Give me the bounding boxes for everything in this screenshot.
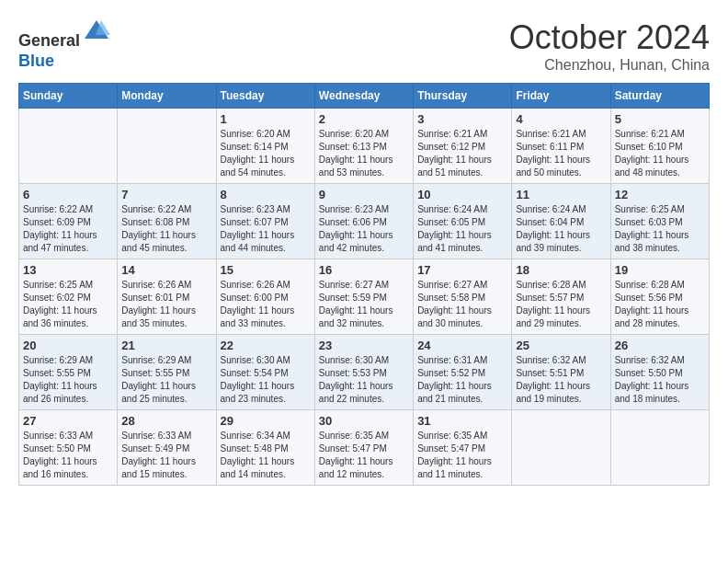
day-info: Sunrise: 6:29 AM Sunset: 5:55 PM Dayligh… — [121, 354, 211, 406]
day-info: Sunrise: 6:33 AM Sunset: 5:50 PM Dayligh… — [23, 430, 113, 481]
day-number: 14 — [121, 263, 211, 277]
calendar-cell: 27Sunrise: 6:33 AM Sunset: 5:50 PM Dayli… — [19, 410, 118, 486]
day-info: Sunrise: 6:20 AM Sunset: 6:13 PM Dayligh… — [319, 128, 409, 179]
calendar-cell: 30Sunrise: 6:35 AM Sunset: 5:47 PM Dayli… — [314, 410, 413, 486]
calendar-cell — [118, 109, 216, 184]
day-info: Sunrise: 6:24 AM Sunset: 6:05 PM Dayligh… — [417, 203, 507, 255]
weekday-header: Wednesday — [314, 84, 413, 109]
calendar-cell — [610, 410, 709, 486]
logo-blue: Blue — [18, 52, 54, 70]
day-info: Sunrise: 6:35 AM Sunset: 5:47 PM Dayligh… — [319, 430, 409, 481]
calendar-cell: 11Sunrise: 6:24 AM Sunset: 6:04 PM Dayli… — [512, 184, 610, 259]
day-number: 26 — [615, 339, 705, 352]
day-info: Sunrise: 6:27 AM Sunset: 5:59 PM Dayligh… — [319, 279, 409, 330]
day-info: Sunrise: 6:31 AM Sunset: 5:52 PM Dayligh… — [417, 354, 507, 406]
day-number: 9 — [319, 188, 409, 201]
day-number: 20 — [23, 339, 113, 352]
page-header: General Blue October 2024 Chenzhou, Huna… — [18, 18, 710, 74]
calendar-cell: 19Sunrise: 6:28 AM Sunset: 5:56 PM Dayli… — [610, 259, 709, 335]
day-number: 27 — [23, 414, 113, 428]
calendar-cell: 23Sunrise: 6:30 AM Sunset: 5:53 PM Dayli… — [314, 335, 413, 410]
day-info: Sunrise: 6:30 AM Sunset: 5:53 PM Dayligh… — [319, 354, 409, 406]
day-info: Sunrise: 6:27 AM Sunset: 5:58 PM Dayligh… — [417, 279, 507, 330]
calendar-cell: 28Sunrise: 6:33 AM Sunset: 5:49 PM Dayli… — [118, 410, 216, 486]
day-number: 23 — [319, 339, 409, 352]
day-info: Sunrise: 6:26 AM Sunset: 6:01 PM Dayligh… — [121, 279, 211, 330]
calendar-cell: 14Sunrise: 6:26 AM Sunset: 6:01 PM Dayli… — [118, 259, 216, 335]
calendar-cell: 12Sunrise: 6:25 AM Sunset: 6:03 PM Dayli… — [610, 184, 709, 259]
calendar-cell: 6Sunrise: 6:22 AM Sunset: 6:09 PM Daylig… — [19, 184, 118, 259]
day-info: Sunrise: 6:29 AM Sunset: 5:55 PM Dayligh… — [23, 354, 113, 406]
calendar-week-row: 27Sunrise: 6:33 AM Sunset: 5:50 PM Dayli… — [19, 410, 710, 486]
weekday-header: Thursday — [414, 84, 512, 109]
calendar-body: 1Sunrise: 6:20 AM Sunset: 6:14 PM Daylig… — [19, 109, 710, 486]
weekday-header: Saturday — [610, 84, 709, 109]
weekday-header: Tuesday — [216, 84, 314, 109]
day-number: 22 — [221, 339, 311, 352]
calendar-cell: 31Sunrise: 6:35 AM Sunset: 5:47 PM Dayli… — [414, 410, 512, 486]
day-info: Sunrise: 6:20 AM Sunset: 6:14 PM Dayligh… — [221, 128, 311, 179]
day-info: Sunrise: 6:28 AM Sunset: 5:56 PM Dayligh… — [615, 279, 705, 330]
day-info: Sunrise: 6:32 AM Sunset: 5:50 PM Dayligh… — [615, 354, 705, 406]
day-info: Sunrise: 6:25 AM Sunset: 6:02 PM Dayligh… — [23, 279, 113, 330]
month-title: October 2024 — [509, 18, 710, 57]
day-number: 5 — [615, 112, 705, 126]
calendar-cell: 7Sunrise: 6:22 AM Sunset: 6:08 PM Daylig… — [118, 184, 216, 259]
day-info: Sunrise: 6:33 AM Sunset: 5:49 PM Dayligh… — [121, 430, 211, 481]
calendar-cell — [19, 109, 118, 184]
calendar-cell: 21Sunrise: 6:29 AM Sunset: 5:55 PM Dayli… — [118, 335, 216, 410]
calendar-cell: 20Sunrise: 6:29 AM Sunset: 5:55 PM Dayli… — [19, 335, 118, 410]
day-number: 17 — [417, 263, 507, 277]
weekday-header: Monday — [118, 84, 216, 109]
day-number: 2 — [319, 112, 409, 126]
weekday-row: SundayMondayTuesdayWednesdayThursdayFrid… — [19, 84, 710, 109]
day-number: 25 — [516, 339, 606, 352]
day-info: Sunrise: 6:22 AM Sunset: 6:09 PM Dayligh… — [23, 203, 113, 255]
logo-icon — [83, 18, 110, 46]
day-number: 31 — [417, 414, 507, 428]
calendar-cell: 2Sunrise: 6:20 AM Sunset: 6:13 PM Daylig… — [314, 109, 413, 184]
calendar-cell: 3Sunrise: 6:21 AM Sunset: 6:12 PM Daylig… — [414, 109, 512, 184]
day-number: 29 — [221, 414, 311, 428]
calendar-cell: 15Sunrise: 6:26 AM Sunset: 6:00 PM Dayli… — [216, 259, 314, 335]
title-area: October 2024 Chenzhou, Hunan, China — [509, 18, 710, 74]
day-info: Sunrise: 6:21 AM Sunset: 6:11 PM Dayligh… — [516, 128, 606, 179]
day-number: 6 — [23, 188, 113, 201]
day-info: Sunrise: 6:30 AM Sunset: 5:54 PM Dayligh… — [221, 354, 311, 406]
day-number: 28 — [121, 414, 211, 428]
day-info: Sunrise: 6:25 AM Sunset: 6:03 PM Dayligh… — [615, 203, 705, 255]
calendar-header: SundayMondayTuesdayWednesdayThursdayFrid… — [19, 84, 710, 109]
calendar-cell: 9Sunrise: 6:23 AM Sunset: 6:06 PM Daylig… — [314, 184, 413, 259]
logo: General Blue — [18, 18, 110, 71]
day-number: 13 — [23, 263, 113, 277]
calendar-table: SundayMondayTuesdayWednesdayThursdayFrid… — [18, 83, 710, 486]
calendar-cell — [512, 410, 610, 486]
day-info: Sunrise: 6:22 AM Sunset: 6:08 PM Dayligh… — [121, 203, 211, 255]
day-info: Sunrise: 6:32 AM Sunset: 5:51 PM Dayligh… — [516, 354, 606, 406]
day-number: 16 — [319, 263, 409, 277]
calendar-cell: 8Sunrise: 6:23 AM Sunset: 6:07 PM Daylig… — [216, 184, 314, 259]
calendar-cell: 29Sunrise: 6:34 AM Sunset: 5:48 PM Dayli… — [216, 410, 314, 486]
calendar-cell: 4Sunrise: 6:21 AM Sunset: 6:11 PM Daylig… — [512, 109, 610, 184]
day-number: 7 — [121, 188, 211, 201]
calendar-cell: 17Sunrise: 6:27 AM Sunset: 5:58 PM Dayli… — [414, 259, 512, 335]
calendar-cell: 1Sunrise: 6:20 AM Sunset: 6:14 PM Daylig… — [216, 109, 314, 184]
day-info: Sunrise: 6:26 AM Sunset: 6:00 PM Dayligh… — [221, 279, 311, 330]
calendar-week-row: 20Sunrise: 6:29 AM Sunset: 5:55 PM Dayli… — [19, 335, 710, 410]
weekday-header: Friday — [512, 84, 610, 109]
day-number: 30 — [319, 414, 409, 428]
calendar-cell: 13Sunrise: 6:25 AM Sunset: 6:02 PM Dayli… — [19, 259, 118, 335]
day-info: Sunrise: 6:35 AM Sunset: 5:47 PM Dayligh… — [417, 430, 507, 481]
calendar-cell: 26Sunrise: 6:32 AM Sunset: 5:50 PM Dayli… — [610, 335, 709, 410]
day-number: 19 — [615, 263, 705, 277]
calendar-cell: 25Sunrise: 6:32 AM Sunset: 5:51 PM Dayli… — [512, 335, 610, 410]
calendar-cell: 10Sunrise: 6:24 AM Sunset: 6:05 PM Dayli… — [414, 184, 512, 259]
day-number: 10 — [417, 188, 507, 201]
day-info: Sunrise: 6:21 AM Sunset: 6:10 PM Dayligh… — [615, 128, 705, 179]
day-info: Sunrise: 6:34 AM Sunset: 5:48 PM Dayligh… — [221, 430, 311, 481]
calendar-cell: 5Sunrise: 6:21 AM Sunset: 6:10 PM Daylig… — [610, 109, 709, 184]
day-info: Sunrise: 6:28 AM Sunset: 5:57 PM Dayligh… — [516, 279, 606, 330]
calendar-cell: 16Sunrise: 6:27 AM Sunset: 5:59 PM Dayli… — [314, 259, 413, 335]
day-number: 18 — [516, 263, 606, 277]
day-number: 4 — [516, 112, 606, 126]
